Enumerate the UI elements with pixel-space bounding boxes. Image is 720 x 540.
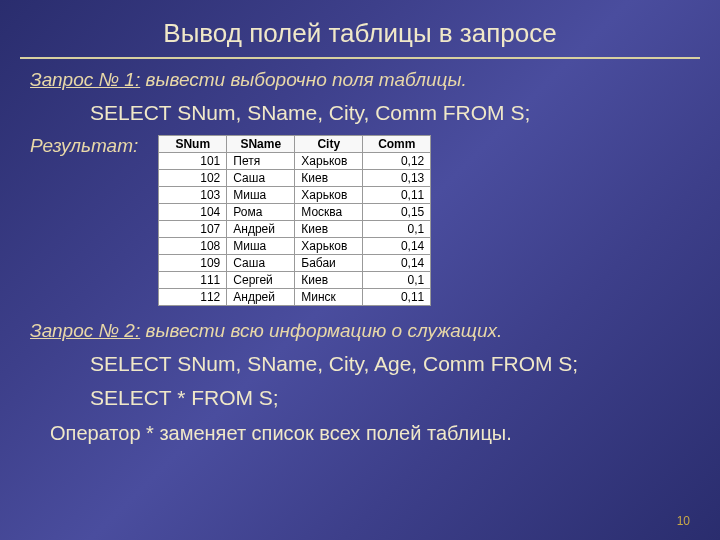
table-cell: Сергей (227, 272, 295, 289)
table-cell: 0,1 (363, 221, 431, 238)
table-cell: 103 (159, 187, 227, 204)
table-cell: Харьков (295, 238, 363, 255)
table-header: SNum (159, 136, 227, 153)
content-area: Запрос № 1: вывести выборочно поля табли… (0, 59, 720, 455)
page-number: 10 (677, 514, 690, 528)
query-2-desc: вывести всю информацию о служащих. (140, 320, 502, 341)
table-row: 102СашаКиев0,13 (159, 170, 431, 187)
result-table: SNumSNameCityComm 101ПетяХарьков0,12102С… (158, 135, 431, 306)
table-cell: Киев (295, 170, 363, 187)
table-cell: 0,13 (363, 170, 431, 187)
table-cell: 0,11 (363, 187, 431, 204)
table-row: 108МишаХарьков0,14 (159, 238, 431, 255)
table-row: 104РомаМосква0,15 (159, 204, 431, 221)
table-cell: Петя (227, 153, 295, 170)
table-cell: 108 (159, 238, 227, 255)
table-row: 101ПетяХарьков0,12 (159, 153, 431, 170)
table-cell: Андрей (227, 289, 295, 306)
table-cell: Миша (227, 187, 295, 204)
table-cell: 101 (159, 153, 227, 170)
footer-note: Оператор * заменяет список всех полей та… (50, 422, 690, 445)
table-header: City (295, 136, 363, 153)
table-cell: 0,1 (363, 272, 431, 289)
query-1-sql: SELECT SNum, SName, City, Comm FROM S; (90, 101, 690, 125)
table-cell: 0,11 (363, 289, 431, 306)
query-2-sql-1: SELECT SNum, SName, City, Age, Comm FROM… (90, 352, 690, 376)
table-row: 109СашаБабаи0,14 (159, 255, 431, 272)
table-row: 107АндрейКиев0,1 (159, 221, 431, 238)
table-header: SName (227, 136, 295, 153)
table-cell: Москва (295, 204, 363, 221)
table-row: 103МишаХарьков0,11 (159, 187, 431, 204)
table-cell: 102 (159, 170, 227, 187)
table-cell: 112 (159, 289, 227, 306)
query-1-desc: вывести выборочно поля таблицы. (140, 69, 467, 90)
query-2-line: Запрос № 2: вывести всю информацию о слу… (30, 320, 690, 342)
slide-title: Вывод полей таблицы в запросе (0, 0, 720, 57)
table-cell: Харьков (295, 187, 363, 204)
query-1-label: Запрос № 1: (30, 69, 140, 90)
table-cell: 0,15 (363, 204, 431, 221)
table-cell: Саша (227, 170, 295, 187)
table-cell: 107 (159, 221, 227, 238)
table-cell: Андрей (227, 221, 295, 238)
query-1-line: Запрос № 1: вывести выборочно поля табли… (30, 69, 690, 91)
query-2-sql-2: SELECT * FROM S; (90, 386, 690, 410)
table-cell: Киев (295, 221, 363, 238)
table-cell: Харьков (295, 153, 363, 170)
result-label: Результат: (30, 135, 138, 157)
result-wrap: Результат: SNumSNameCityComm 101ПетяХарь… (30, 135, 690, 306)
table-cell: Миша (227, 238, 295, 255)
query-2-label: Запрос № 2: (30, 320, 140, 341)
table-cell: 0,14 (363, 238, 431, 255)
table-cell: Бабаи (295, 255, 363, 272)
table-cell: Саша (227, 255, 295, 272)
table-cell: 109 (159, 255, 227, 272)
table-cell: Минск (295, 289, 363, 306)
table-cell: 0,12 (363, 153, 431, 170)
table-cell: 111 (159, 272, 227, 289)
table-cell: 0,14 (363, 255, 431, 272)
table-header: Comm (363, 136, 431, 153)
table-cell: Рома (227, 204, 295, 221)
table-cell: 104 (159, 204, 227, 221)
table-row: 112АндрейМинск0,11 (159, 289, 431, 306)
table-cell: Киев (295, 272, 363, 289)
table-row: 111СергейКиев0,1 (159, 272, 431, 289)
